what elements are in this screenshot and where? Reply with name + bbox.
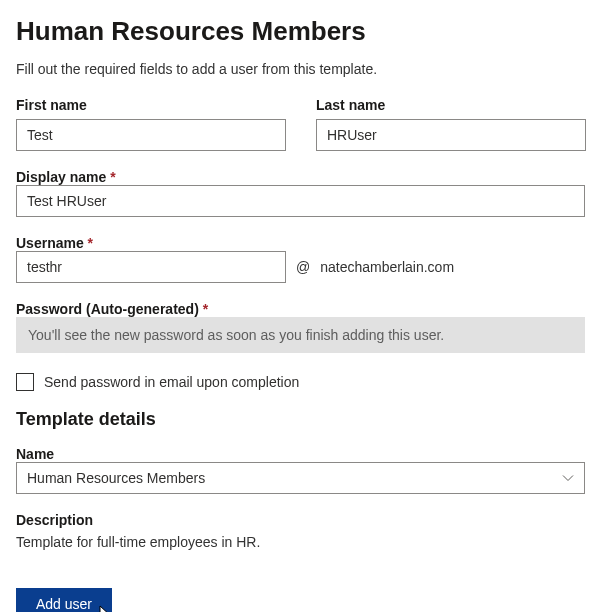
description-label: Description <box>16 512 93 528</box>
required-asterisk: * <box>203 301 208 317</box>
username-label: Username * <box>16 235 93 251</box>
send-password-checkbox[interactable] <box>16 373 34 391</box>
domain-text: natechamberlain.com <box>320 259 454 275</box>
at-symbol: @ <box>296 259 310 275</box>
last-name-label: Last name <box>316 97 586 113</box>
first-name-input[interactable] <box>16 119 286 151</box>
first-name-label: First name <box>16 97 286 113</box>
intro-text: Fill out the required fields to add a us… <box>16 61 585 77</box>
username-input[interactable] <box>16 251 286 283</box>
password-label: Password (Auto-generated) * <box>16 301 208 317</box>
cursor-icon <box>96 604 116 612</box>
page-title: Human Resources Members <box>16 16 585 47</box>
chevron-down-icon <box>562 472 574 484</box>
description-text: Template for full-time employees in HR. <box>16 534 585 550</box>
display-name-label: Display name * <box>16 169 116 185</box>
send-password-label: Send password in email upon completion <box>44 374 299 390</box>
template-name-label: Name <box>16 446 54 462</box>
template-details-heading: Template details <box>16 409 585 430</box>
add-user-button[interactable]: Add user <box>16 588 112 612</box>
last-name-input[interactable] <box>316 119 586 151</box>
template-name-value: Human Resources Members <box>27 470 205 486</box>
required-asterisk: * <box>88 235 93 251</box>
required-asterisk: * <box>110 169 115 185</box>
template-name-select[interactable]: Human Resources Members <box>16 462 585 494</box>
password-hint-box: You'll see the new password as soon as y… <box>16 317 585 353</box>
display-name-input[interactable] <box>16 185 585 217</box>
